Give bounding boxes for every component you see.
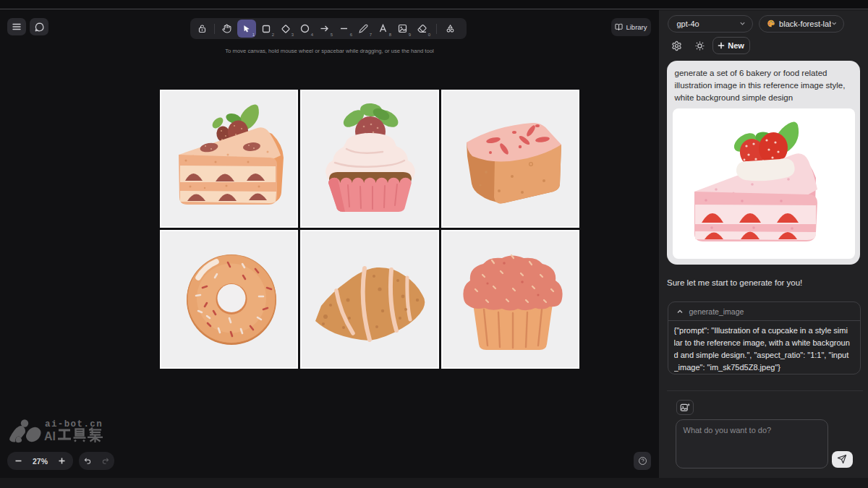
svg-text:ai-bot.cn: ai-bot.cn xyxy=(45,419,103,429)
svg-text:AI: AI xyxy=(44,430,56,442)
